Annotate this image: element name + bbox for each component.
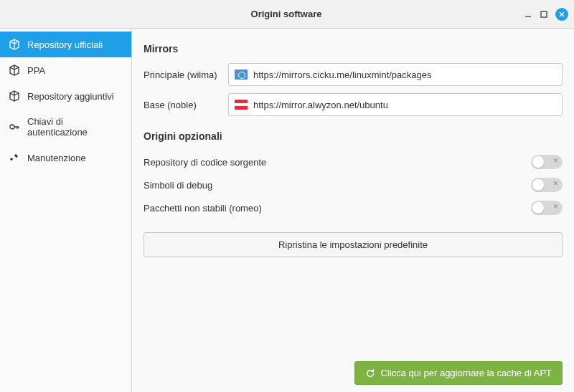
sidebar-item-maintenance[interactable]: Manutenzione	[0, 145, 131, 171]
toggle-unstable-romeo[interactable]	[531, 201, 563, 215]
minimize-button[interactable]	[524, 10, 532, 19]
window-title: Origini software	[49, 9, 524, 19]
option-label: Simboli di debug	[144, 180, 212, 191]
flag-icon	[235, 70, 248, 80]
tools-icon	[9, 152, 20, 163]
window-controls	[524, 8, 568, 21]
maximize-button[interactable]	[540, 10, 548, 19]
mirror-row-base: Base (noble) https://mirror.alwyzon.net/…	[144, 93, 563, 116]
svg-rect-1	[541, 11, 547, 17]
key-icon	[9, 121, 20, 133]
mirrors-title: Mirrors	[144, 43, 563, 54]
cube-icon	[9, 39, 20, 50]
close-button[interactable]	[555, 8, 568, 21]
reset-defaults-button[interactable]: Ripristina le impostazioni predefinite	[144, 232, 563, 257]
sidebar-item-label: Manutenzione	[27, 153, 86, 163]
sidebar-item-auth-keys[interactable]: Chiavi di autenticazione	[0, 109, 131, 145]
flag-icon	[235, 100, 248, 110]
sidebar-item-label: Chiavi di autenticazione	[27, 116, 123, 138]
base-mirror-field[interactable]: https://mirror.alwyzon.net/ubuntu	[228, 93, 563, 116]
cube-icon	[9, 64, 20, 76]
principal-mirror-field[interactable]: https://mirrors.cicku.me/linuxmint/packa…	[228, 63, 563, 86]
option-label: Repository di codice sorgente	[144, 157, 266, 168]
update-apt-cache-button[interactable]: Clicca qui per aggiornare la cache di AP…	[354, 361, 563, 385]
bottom-bar: Clicca qui per aggiornare la cache di AP…	[144, 361, 563, 385]
sidebar-item-label: Repository ufficiali	[27, 39, 103, 50]
apt-button-label: Clicca qui per aggiornare la cache di AP…	[381, 368, 552, 378]
toggle-source-repos[interactable]	[531, 155, 563, 169]
sidebar-item-label: Repository aggiuntivi	[27, 91, 114, 102]
svg-point-4	[10, 125, 14, 129]
titlebar: Origini software	[0, 0, 574, 29]
sidebar-item-additional-repos[interactable]: Repository aggiuntivi	[0, 83, 131, 109]
option-label: Pacchetti non stabili (romeo)	[144, 203, 262, 214]
principal-label: Principale (wilma)	[144, 70, 228, 80]
base-mirror-url: https://mirror.alwyzon.net/ubuntu	[253, 100, 388, 110]
mirror-row-principal: Principale (wilma) https://mirrors.cicku…	[144, 63, 563, 86]
sidebar: Repository ufficiali PPA Repository aggi…	[0, 29, 132, 392]
principal-mirror-url: https://mirrors.cicku.me/linuxmint/packa…	[253, 70, 432, 80]
cube-icon	[9, 90, 20, 102]
sidebar-item-ppa[interactable]: PPA	[0, 57, 131, 83]
sidebar-item-label: PPA	[27, 65, 45, 76]
refresh-icon	[365, 368, 375, 378]
optional-title: Origini opzionali	[144, 130, 563, 142]
main: Repository ufficiali PPA Repository aggi…	[0, 29, 574, 392]
sidebar-item-official-repos[interactable]: Repository ufficiali	[0, 32, 131, 57]
content-pane: Mirrors Principale (wilma) https://mirro…	[132, 29, 574, 392]
option-row-debug: Simboli di debug	[144, 173, 563, 196]
option-row-unstable: Pacchetti non stabili (romeo)	[144, 196, 563, 219]
toggle-debug-symbols[interactable]	[531, 178, 563, 192]
option-row-source: Repository di codice sorgente	[144, 150, 563, 173]
base-label: Base (noble)	[144, 100, 228, 110]
